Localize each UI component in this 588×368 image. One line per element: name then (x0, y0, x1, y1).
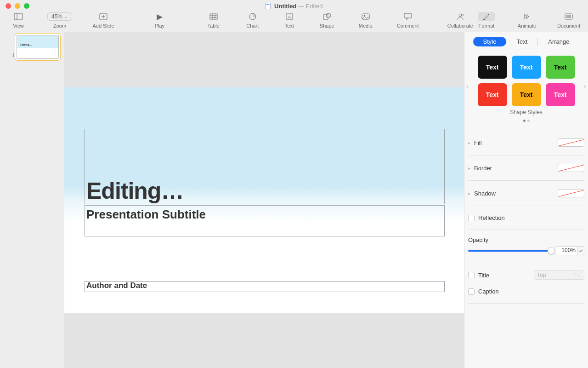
style-page-dots (468, 116, 584, 123)
style-swatch-red[interactable]: Text (478, 83, 507, 106)
style-swatch-blue[interactable]: Text (512, 56, 541, 79)
shadow-row[interactable]: ▸ Shadow (468, 187, 584, 199)
slide-author-text[interactable]: Author and Date (86, 281, 147, 290)
slide-title-text[interactable]: Editing… (86, 178, 183, 204)
table-icon (209, 12, 218, 21)
style-swatch-pink[interactable]: Text (546, 83, 575, 106)
chart-icon (249, 12, 256, 21)
comment-button[interactable]: Comment (392, 12, 424, 29)
svg-rect-25 (566, 15, 571, 18)
caption-row[interactable]: Caption (468, 286, 584, 297)
chart-button[interactable]: Chart (241, 12, 264, 29)
styles-prev-button[interactable]: ‹ (466, 82, 469, 90)
reflection-checkbox[interactable] (468, 215, 475, 221)
slide-navigator[interactable]: 1 Editing… (0, 32, 64, 368)
slide-thumbnail[interactable]: 1 Editing… (3, 35, 62, 59)
tab-text[interactable]: Text (506, 37, 537, 46)
svg-point-14 (326, 13, 331, 18)
slide-subtitle-text[interactable]: Presentation Subtitle (86, 207, 206, 222)
svg-marker-22 (525, 14, 526, 19)
table-button[interactable]: Table (200, 12, 227, 29)
fill-row[interactable]: ▸ Fill (468, 137, 584, 149)
border-row[interactable]: ▸ Border (468, 162, 584, 174)
disclosure-icon: ▸ (468, 140, 470, 145)
play-button[interactable]: ▶ Play (150, 12, 170, 29)
svg-rect-17 (404, 13, 412, 18)
play-icon: ▶ (157, 12, 163, 21)
text-icon: A (286, 12, 293, 21)
toolbar: View 45% ⌄ Zoom Add Slide ▶ Play (0, 12, 588, 32)
svg-point-18 (459, 14, 462, 17)
format-icon (478, 12, 495, 21)
animate-button[interactable]: Animate (514, 12, 540, 29)
slide[interactable]: Editing… Presentation Subtitle Author an… (64, 87, 464, 313)
svg-rect-13 (323, 15, 328, 19)
view-icon (14, 12, 23, 21)
shape-style-grid: Text Text Text Text Text Text (468, 54, 584, 108)
fill-swatch-none[interactable] (558, 138, 584, 147)
comment-icon (404, 12, 412, 21)
slide-canvas[interactable]: Editing… Presentation Subtitle Author an… (64, 32, 464, 368)
shape-button[interactable]: Shape (315, 12, 339, 29)
shadow-swatch-none[interactable] (558, 189, 584, 197)
svg-rect-5 (210, 14, 217, 19)
title-position-select[interactable]: Top ⌃⌄ (534, 270, 584, 280)
disclosure-icon: ▸ (468, 191, 470, 196)
media-icon (362, 12, 370, 21)
document-edited-label: — Edited (298, 3, 322, 10)
media-button[interactable]: Media (353, 12, 378, 29)
tab-arrange[interactable]: Arrange (538, 37, 579, 46)
style-swatch-black[interactable]: Text (478, 56, 507, 79)
border-swatch-none[interactable] (558, 164, 584, 172)
zoom-button[interactable]: 45% ⌄ Zoom (46, 12, 74, 29)
text-button[interactable]: A Text (278, 12, 301, 29)
document-icon (565, 12, 573, 21)
select-caret-icon: ⌃⌄ (574, 273, 581, 277)
svg-point-16 (363, 15, 365, 17)
shape-styles-caption: Shape Styles (468, 109, 584, 115)
titlebar: Untitled — Edited (0, 0, 588, 12)
add-slide-button[interactable]: Add Slide (87, 12, 119, 29)
title-row[interactable]: Title Top ⌃⌄ (468, 269, 584, 282)
svg-rect-0 (14, 13, 23, 20)
inspector-tabs: Style Text Arrange (468, 37, 584, 46)
document-button[interactable]: Document (554, 12, 583, 29)
format-inspector: Style Text Arrange ‹ › Text Text Text Te… (464, 32, 588, 368)
caption-checkbox[interactable] (468, 288, 475, 295)
svg-text:A: A (288, 15, 291, 19)
shape-icon (323, 12, 331, 21)
slide-number: 1 (12, 52, 15, 58)
opacity-value-field[interactable]: 100% (555, 246, 578, 255)
chevron-down-icon: ⌄ (64, 14, 68, 19)
style-swatch-orange[interactable]: Text (512, 83, 541, 106)
collaborate-button[interactable]: Collaborate (447, 12, 473, 29)
collaborate-icon (456, 12, 465, 21)
reflection-row[interactable]: Reflection (468, 213, 584, 223)
document-icon (265, 3, 271, 9)
view-button[interactable]: View (5, 12, 32, 29)
plus-icon (99, 12, 107, 21)
window-title: Untitled — Edited (0, 3, 588, 10)
opacity-slider[interactable] (468, 250, 551, 252)
opacity-stepper[interactable]: ▴▾ (578, 246, 584, 255)
tab-style[interactable]: Style (473, 37, 507, 46)
animate-icon (523, 12, 531, 21)
format-button[interactable]: Format (473, 12, 500, 29)
disclosure-icon: ▸ (468, 166, 470, 171)
styles-next-button[interactable]: › (584, 82, 586, 90)
opacity-section: Opacity 100% ▴▾ (468, 236, 584, 255)
opacity-label: Opacity (468, 236, 584, 243)
title-checkbox[interactable] (468, 272, 475, 278)
svg-marker-23 (527, 14, 529, 19)
zoom-value-pill[interactable]: 45% ⌄ (47, 12, 72, 21)
document-name: Untitled (274, 3, 296, 10)
style-swatch-green[interactable]: Text (546, 56, 575, 79)
